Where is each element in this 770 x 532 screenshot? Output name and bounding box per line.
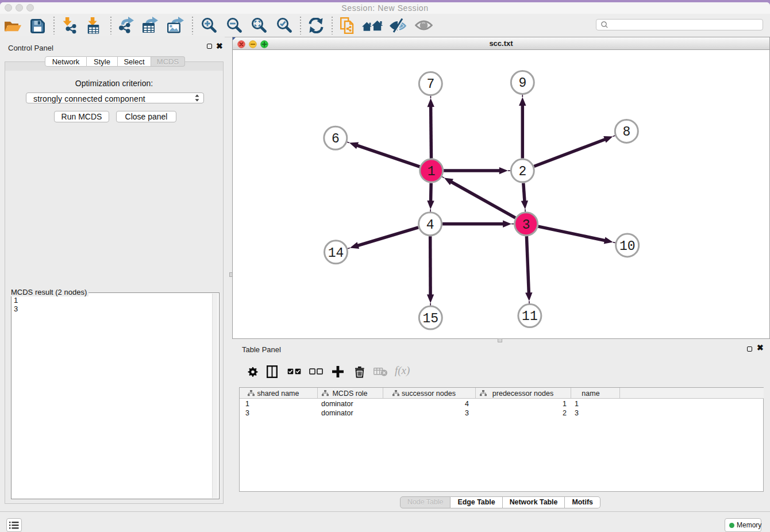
svg-text:1: 1 [428,164,436,179]
svg-text:6: 6 [332,132,340,147]
svg-text:2: 2 [518,164,526,179]
svg-text:15: 15 [422,311,438,326]
svg-text:8: 8 [622,125,630,140]
svg-text:11: 11 [522,309,538,324]
svg-text:9: 9 [518,76,526,91]
svg-text:4: 4 [426,218,434,233]
svg-text:14: 14 [328,246,344,261]
svg-text:3: 3 [522,218,530,233]
svg-text:10: 10 [619,239,636,254]
svg-text:7: 7 [426,77,434,92]
